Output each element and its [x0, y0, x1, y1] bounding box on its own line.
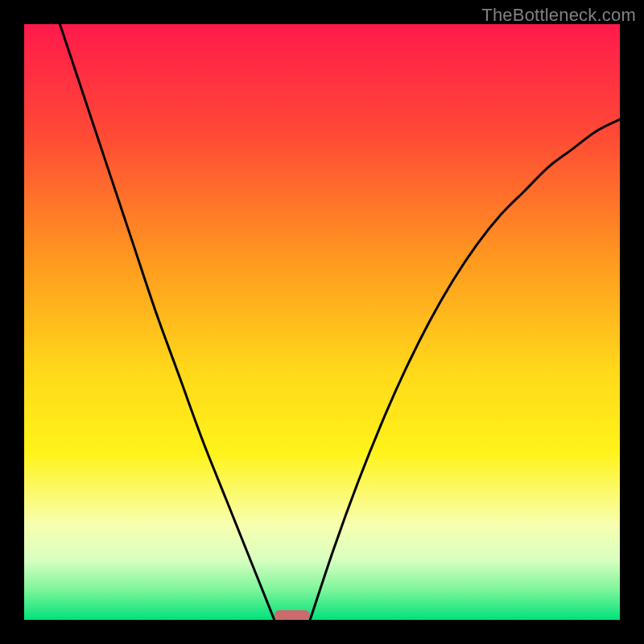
chart-frame: TheBottleneck.com — [0, 0, 644, 644]
left-curve — [60, 24, 274, 620]
watermark-text: TheBottleneck.com — [481, 5, 636, 26]
plot-area — [24, 24, 620, 620]
curves-layer — [24, 24, 620, 620]
right-curve — [310, 119, 620, 620]
